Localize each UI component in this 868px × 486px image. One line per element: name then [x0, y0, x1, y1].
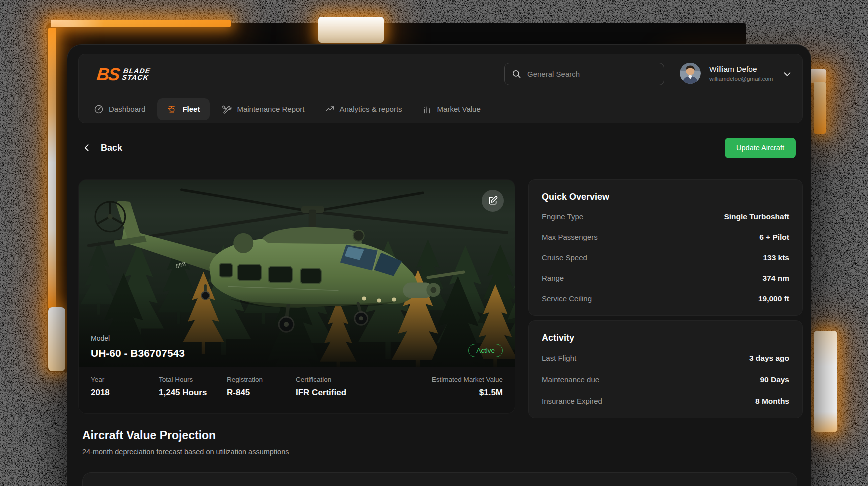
activity-row: Insurance Expired 8 Months	[542, 390, 790, 412]
tab-maintenance-report[interactable]: Maintenance Report	[214, 98, 312, 120]
tab-analytics-reports[interactable]: Analytics & reports	[317, 98, 410, 120]
screen: BS BLADE STACK	[0, 0, 868, 486]
aircraft-stats: Year 2018 Total Hours 1,245 Hours Regist…	[79, 368, 515, 414]
app-header: BS BLADE STACK	[78, 54, 803, 124]
quick-overview-title: Quick Overview	[542, 192, 790, 202]
quick-overview-panel: Quick Overview Engine Type Single Turbos…	[528, 180, 803, 316]
trend-icon	[325, 104, 335, 114]
main-nav: Dashboard Fleet Maintenance Report	[79, 94, 802, 124]
neon-decoration-topright-corner	[814, 82, 826, 134]
spec-row: Range 374 nm	[542, 268, 790, 288]
chevron-down-icon[interactable]	[782, 69, 793, 80]
edit-pencil-icon	[488, 196, 498, 206]
brand-mark: BS	[96, 66, 120, 83]
stat-year: Year 2018	[91, 376, 159, 414]
value-projection-card	[82, 472, 798, 486]
avatar[interactable]	[680, 63, 701, 84]
neon-decoration-left-bar	[48, 28, 56, 309]
app-window: BS BLADE STACK	[67, 44, 812, 486]
projection-subtitle: 24-month depreciation forecast based on …	[82, 448, 290, 456]
status-badge: Active	[468, 344, 503, 358]
activity-title: Activity	[542, 333, 790, 344]
user-menu[interactable]: William Defoe williamdefoe@gmail.com	[710, 65, 773, 82]
brand-wordmark: BLADE STACK	[122, 68, 151, 81]
neon-decoration-top-block	[318, 17, 384, 43]
neon-decoration-left-blob	[48, 308, 66, 372]
helicopter-icon	[168, 104, 178, 114]
spec-row: Service Ceiling 19,000 ft	[542, 288, 790, 309]
page-toolbar: Back Update Aircraft	[82, 137, 796, 159]
spec-row: Engine Type Single Turboshaft	[542, 206, 790, 227]
stat-registration: Registration R-845	[227, 376, 296, 414]
chevron-left-icon	[82, 143, 92, 153]
activity-row: Maintenance due 90 Days	[542, 369, 790, 390]
stat-market-value: Estimated Market Value $1.5M	[432, 376, 503, 414]
tab-fleet[interactable]: Fleet	[158, 98, 210, 120]
model-value: UH-60 - B36707543	[91, 348, 185, 360]
aircraft-card: 858	[78, 180, 516, 414]
spec-row: Cruise Speed 133 kts	[542, 248, 790, 268]
search-icon	[512, 70, 522, 79]
model-overlay: Model UH-60 - B36707543	[91, 334, 185, 360]
tab-dashboard[interactable]: Dashboard	[86, 98, 154, 120]
brand-logo[interactable]: BS BLADE STACK	[97, 66, 150, 83]
stat-total-hours: Total Hours 1,245 Hours	[159, 376, 227, 414]
spec-row: Max Passengers 6 + Pilot	[542, 227, 790, 248]
neon-decoration-top-bar	[51, 20, 231, 28]
activity-row: Last Flight 3 days ago	[542, 348, 790, 369]
back-button[interactable]: Back	[82, 143, 122, 154]
chart-bars-icon	[422, 104, 432, 114]
stat-certification: Certification IFR Certified	[296, 376, 364, 414]
projection-title: Aircraft Value Projection	[82, 429, 216, 442]
activity-panel: Activity Last Flight 3 days ago Maintena…	[528, 320, 803, 418]
search-input-wrapper	[504, 63, 664, 86]
tab-market-value[interactable]: Market Value	[414, 98, 489, 120]
neon-decoration-right-bar	[814, 331, 838, 432]
model-label: Model	[91, 334, 185, 342]
user-email: williamdefoe@gmail.com	[710, 76, 773, 82]
tools-icon	[222, 104, 232, 114]
edit-photo-button[interactable]	[482, 190, 504, 212]
gauge-icon	[94, 104, 104, 114]
user-name: William Defoe	[710, 65, 773, 74]
update-aircraft-button[interactable]: Update Aircraft	[725, 138, 796, 158]
aircraft-photo: 858	[79, 180, 515, 368]
search-input[interactable]	[522, 64, 664, 85]
